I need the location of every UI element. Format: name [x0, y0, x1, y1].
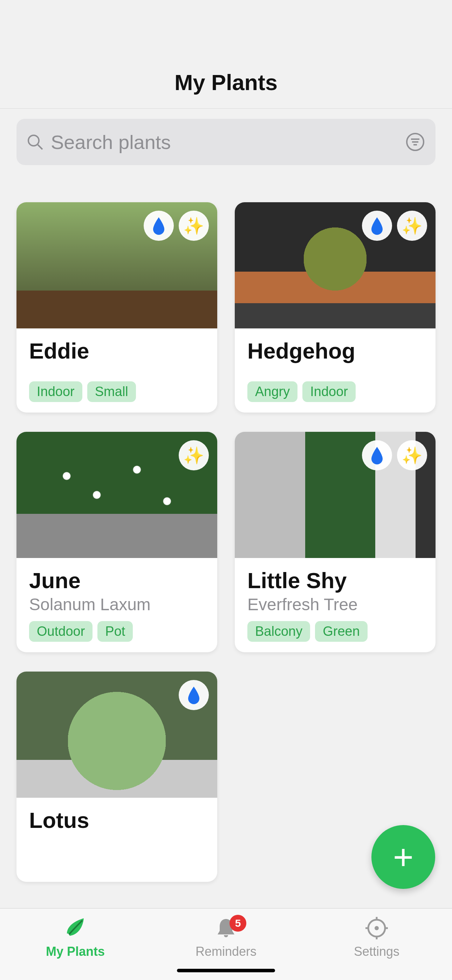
sparkle-icon: ✨ — [397, 440, 427, 470]
home-indicator — [177, 969, 275, 972]
plant-image — [16, 671, 217, 798]
card-body: Little ShyEverfresh TreeBalconyGreen — [235, 558, 436, 652]
water-drop-icon — [362, 211, 392, 241]
water-drop-icon — [144, 211, 174, 241]
plant-image: ✨ — [235, 202, 436, 328]
tab-label: My Plants — [46, 944, 105, 959]
plant-tag: Indoor — [302, 381, 356, 402]
tag-row: BalconyGreen — [247, 621, 423, 642]
tab-settings[interactable]: Settings — [301, 908, 452, 966]
plant-tag: Outdoor — [29, 621, 92, 642]
sparkle-icon: ✨ — [397, 211, 427, 241]
plant-tag: Angry — [247, 381, 298, 402]
add-plant-button[interactable]: + — [371, 825, 435, 889]
badge-row: ✨ — [362, 440, 427, 470]
tag-row: AngryIndoor — [247, 381, 423, 402]
plant-name: June — [29, 568, 205, 593]
plant-name: Eddie — [29, 339, 205, 363]
plant-tag: Green — [315, 621, 368, 642]
search-icon — [26, 133, 44, 151]
tab-label: Settings — [354, 944, 399, 959]
sparkle-icon: ✨ — [179, 440, 209, 470]
badge-row: ✨ — [144, 211, 209, 241]
water-drop-icon — [179, 680, 209, 710]
plant-image: ✨ — [235, 432, 436, 558]
plant-tag: Indoor — [29, 381, 82, 402]
plant-card[interactable]: ✨Little ShyEverfresh TreeBalconyGreen — [235, 432, 436, 652]
svg-line-1 — [38, 145, 42, 149]
leaf-icon — [63, 915, 88, 941]
plus-icon: + — [393, 837, 414, 877]
water-drop-icon — [362, 440, 392, 470]
plant-name: Lotus — [29, 808, 205, 832]
badge-row: ✨ — [362, 211, 427, 241]
tab-label: Reminders — [196, 944, 256, 959]
sparkle-icon: ✨ — [179, 211, 209, 241]
tag-row: IndoorSmall — [29, 381, 205, 402]
search-input[interactable] — [44, 131, 405, 154]
svg-point-0 — [29, 135, 39, 146]
search-bar[interactable] — [16, 119, 436, 165]
tab-reminders[interactable]: 5 Reminders — [151, 908, 301, 966]
plant-subtitle: Everfresh Tree — [247, 595, 423, 614]
plant-card[interactable]: ✨HedgehogAngryIndoor — [235, 202, 436, 412]
plant-tag: Pot — [97, 621, 133, 642]
badge-row: ✨ — [179, 440, 209, 470]
card-body: Lotus — [16, 798, 217, 882]
plant-tag: Balcony — [247, 621, 310, 642]
plant-name: Little Shy — [247, 568, 423, 593]
header: My Plants — [0, 0, 452, 109]
tag-row: OutdoorPot — [29, 621, 205, 642]
filter-button[interactable] — [405, 131, 426, 153]
plant-grid-container: ✨EddieIndoorSmall✨HedgehogAngryIndoor✨Ju… — [0, 178, 452, 908]
gear-icon — [364, 915, 389, 941]
plant-name: Hedgehog — [247, 339, 423, 363]
plant-card[interactable]: ✨JuneSolanum LaxumOutdoorPot — [16, 432, 217, 652]
card-body: JuneSolanum LaxumOutdoorPot — [16, 558, 217, 652]
plant-card[interactable]: Lotus — [16, 671, 217, 882]
plant-image: ✨ — [16, 202, 217, 328]
search-container — [0, 109, 452, 178]
tab-my-plants[interactable]: My Plants — [0, 908, 151, 966]
page-title: My Plants — [175, 70, 277, 95]
plant-tag: Small — [87, 381, 136, 402]
svg-point-7 — [374, 926, 379, 930]
card-body: EddieIndoorSmall — [16, 328, 217, 412]
plant-card[interactable]: ✨EddieIndoorSmall — [16, 202, 217, 412]
card-body: HedgehogAngryIndoor — [235, 328, 436, 412]
reminders-badge: 5 — [229, 915, 246, 932]
plant-subtitle: Solanum Laxum — [29, 595, 205, 614]
badge-row — [179, 680, 209, 710]
plant-image: ✨ — [16, 432, 217, 558]
